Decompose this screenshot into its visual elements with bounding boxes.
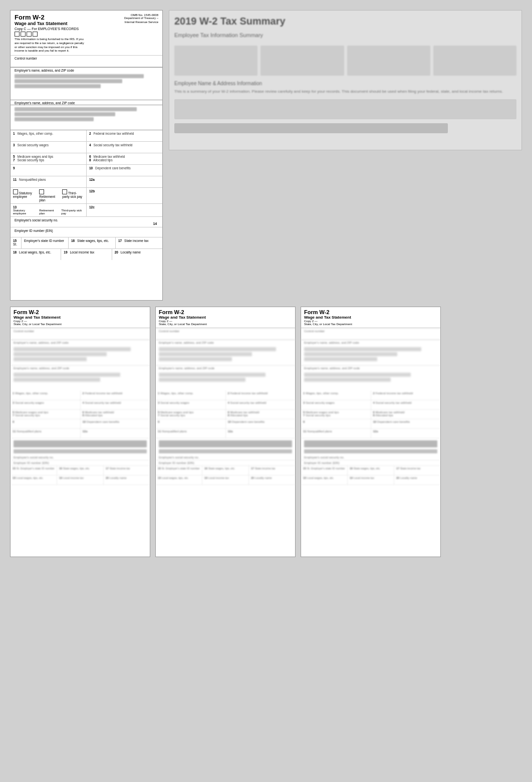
tr-extra-blur xyxy=(174,99,516,133)
tr-cell-3 xyxy=(347,46,430,76)
ein-label: Employer ID number (EIN) xyxy=(15,229,53,232)
stat-label: Statutory employee xyxy=(13,209,35,215)
copy-header-1: Form W-2 Wage and Tax Statement Copy 2 —… xyxy=(11,307,150,328)
copy-form-1: Form W-2 Wage and Tax Statement Copy 2 —… xyxy=(10,307,150,557)
copy-label: Copy C — xyxy=(15,27,31,31)
checkbox-1 xyxy=(15,32,20,37)
field-row-5-8: 5 Medicare wages and tips 7 Social secur… xyxy=(11,153,162,165)
copy-for: For EMPLOYEE'S RECORDS xyxy=(32,27,79,31)
employer-name-blur xyxy=(15,74,144,78)
field-row-12b: Statutory employee Retirement plan Third… xyxy=(11,188,162,204)
copy-title-2: Form W-2 xyxy=(159,309,207,315)
field-row-12c: 13 Statutory employee Retirement plan Th… xyxy=(11,204,162,217)
checkbox-3 xyxy=(27,32,32,37)
employer-addr2-blur xyxy=(15,84,101,88)
field-row-11-12a: 11 Nonqualified plans 12a xyxy=(11,176,162,188)
third-party-check: Third-party sick pay xyxy=(62,189,84,202)
field-4: 4 Social security tax withheld xyxy=(87,142,162,153)
statutory-checkbox xyxy=(13,189,18,194)
form-header: Form W-2 Wage and Tax Statement Copy C —… xyxy=(11,11,162,56)
field-3: 3 Social security wages xyxy=(11,142,87,153)
field-9: 9 xyxy=(11,165,87,176)
retirement-checkbox xyxy=(39,189,44,194)
field-5: 5 Medicare wages and tips 7 Social secur… xyxy=(11,153,87,164)
employee-addr1-blur xyxy=(15,112,115,116)
ret-label: Retirement plan xyxy=(39,209,57,215)
employee-label: Employee's name, address, and ZIP code xyxy=(11,100,162,105)
w2-form-copy-c: Form W-2 Wage and Tax Statement Copy C —… xyxy=(10,10,163,301)
local-wages-cell: 18 Local wages, tips, etc. xyxy=(11,249,61,260)
tr-subtitle: Employee Tax Information Summary xyxy=(174,32,516,38)
field-row-9-10: 9 10 Dependent care benefits xyxy=(11,165,162,176)
tr-paragraph: This is a summary of your W-2 informatio… xyxy=(174,89,516,94)
field-12c: 12c xyxy=(87,204,162,216)
copy-header-3: Form W-2 Wage and Tax Statement Copy 2 —… xyxy=(301,307,440,328)
copy-title-3: Form W-2 xyxy=(304,309,352,315)
top-row: Form W-2 Wage and Tax Statement Copy C —… xyxy=(10,10,522,301)
field-2: 2 Federal income tax withheld xyxy=(87,130,162,141)
employer-addr1-blur xyxy=(15,79,122,83)
copy-subtitle-3: Wage and Tax Statement xyxy=(304,315,352,320)
bottom-row: Form W-2 Wage and Tax Statement Copy 2 —… xyxy=(10,307,522,557)
state-tax-cell: 17 State income tax xyxy=(116,237,162,248)
dept-label: Department of Treasury – Internal Revenu… xyxy=(123,17,158,25)
omb-block: OMB No. 1545-0008 Department of Treasury… xyxy=(123,14,158,25)
ssn-label: Employee's social security no. xyxy=(15,218,58,222)
ssn-row: Employee's social security no. 14 xyxy=(11,217,162,227)
state-wages-cell: 16 State wages, tips, etc. xyxy=(69,237,116,248)
copy-header-2: Form W-2 Wage and Tax Statement Copy 2 —… xyxy=(156,307,295,328)
employee-addr2-blur xyxy=(15,117,94,121)
copy-form-3: Form W-2 Wage and Tax Statement Copy 2 —… xyxy=(301,307,441,557)
tr-cell-2 xyxy=(260,46,344,76)
copy-3-content: Control number Employer's name, address,… xyxy=(301,328,440,485)
local-tax-cell: 19 Local income tax xyxy=(61,249,112,260)
copy-title-1: Form W-2 xyxy=(14,309,62,315)
tp-label: Third-party sick pay xyxy=(61,209,84,215)
copy-for-3: State, City, or Local Tax Department xyxy=(304,323,352,326)
form-title: Form W-2 xyxy=(15,14,85,21)
tr-grid xyxy=(174,46,516,76)
field-12b: 12b xyxy=(87,188,162,203)
right-panel: 2019 W-2 Tax Summary Employee Tax Inform… xyxy=(169,10,522,150)
state-id-cell: Employer's state ID number xyxy=(22,237,69,248)
ein-row: Employer ID number (EIN) xyxy=(11,227,162,237)
copy-for-1: State, City, or Local Tax Department xyxy=(14,323,62,326)
field-13-label: 13 Statutory employee Retirement plan Th… xyxy=(11,204,87,216)
field-row-1-2: 1 Wages, tips, other comp. 2 Federal inc… xyxy=(11,130,162,142)
top-right-blur: 2019 W-2 Tax Summary Employee Tax Inform… xyxy=(169,10,522,150)
form-notice: This information is being furnished to t… xyxy=(15,38,85,53)
employee-address-box xyxy=(11,105,162,130)
statutory-check: Statutory employee xyxy=(13,189,34,202)
field-12a: 12a xyxy=(87,176,162,187)
field-1: 1 Wages, tips, other comp. xyxy=(11,130,87,141)
field-11: 11 Nonqualified plans xyxy=(11,176,87,187)
tr-title: 2019 W-2 Tax Summary xyxy=(174,16,516,27)
copy-2-content: Control number Employer's name, address,… xyxy=(156,328,295,485)
checkbox-4 xyxy=(33,32,38,37)
copy-form-2: Form W-2 Wage and Tax Statement Copy 2 —… xyxy=(155,307,296,557)
checkbox-row xyxy=(15,32,85,37)
copy-line: Copy C — For EMPLOYEE'S RECORDS xyxy=(15,27,85,37)
tr-cell-1 xyxy=(174,46,257,76)
locality-cell: 20 Locality name xyxy=(112,249,162,260)
copy-1-content: Control number Employer's name, address,… xyxy=(11,328,150,485)
box15-st: 15 St. xyxy=(11,237,22,248)
employer-address-box xyxy=(11,72,162,100)
employer-label: Employer's name, address, and ZIP code xyxy=(11,67,162,72)
field-10: 10 Dependent care benefits xyxy=(87,165,162,176)
state-row: 15 St. Employer's state ID number 16 Sta… xyxy=(11,237,162,249)
tr-cell-4 xyxy=(433,46,516,76)
copy-for-2: State, City, or Local Tax Department xyxy=(159,323,207,326)
tr-bottom-text: Employee Name & Address Information xyxy=(174,81,516,86)
local-row: 18 Local wages, tips, etc. 19 Local inco… xyxy=(11,249,162,260)
retirement-check: Retirement plan xyxy=(39,189,57,202)
control-number-label: Control number xyxy=(11,56,162,60)
third-party-checkbox xyxy=(62,189,67,194)
field-13: Statutory employee Retirement plan Third… xyxy=(11,188,87,203)
checkbox-2 xyxy=(21,32,26,37)
field-row-3-4: 3 Social security wages 4 Social securit… xyxy=(11,142,162,153)
copy-subtitle-2: Wage and Tax Statement xyxy=(159,315,207,320)
wage-tax-label: Wage and Tax Statement xyxy=(15,21,85,26)
employee-name-blur xyxy=(15,107,137,111)
form-title-block: Form W-2 Wage and Tax Statement Copy C —… xyxy=(15,14,85,53)
